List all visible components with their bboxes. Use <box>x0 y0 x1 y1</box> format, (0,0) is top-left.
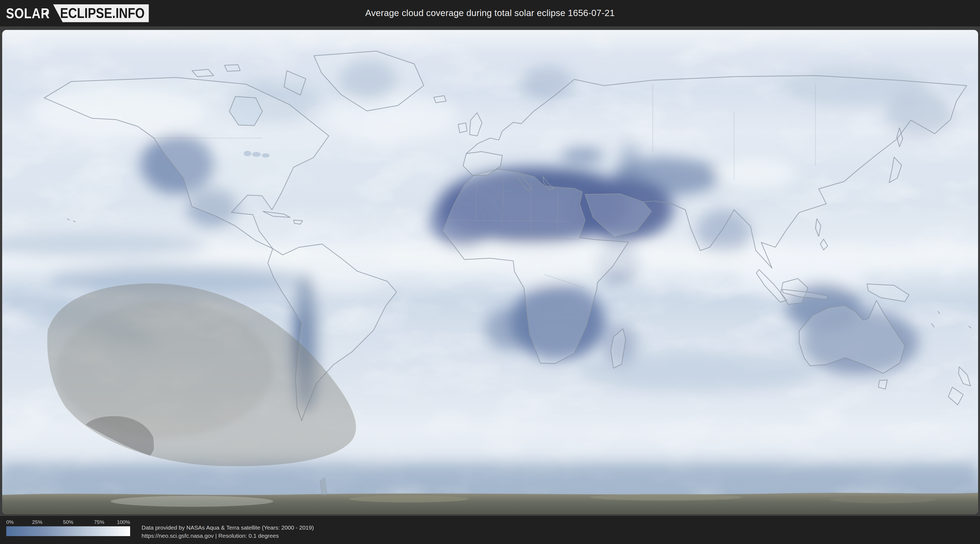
ireland <box>458 123 467 133</box>
logo-eclipse-box: ECLIPSE.INFO <box>53 4 149 22</box>
attribution-url: https://neo.sci.gsfc.nasa.gov | Resoluti… <box>142 532 314 540</box>
header-bar: SOLAR ECLIPSE.INFO Average cloud coverag… <box>0 0 980 26</box>
world-cloud-map[interactable] <box>2 30 978 514</box>
attribution-source: Data provided by NASAs Aqua & Terra sate… <box>142 523 314 532</box>
map-svg <box>2 30 978 514</box>
iceland <box>434 96 446 103</box>
site-logo[interactable]: SOLAR ECLIPSE.INFO <box>6 4 149 22</box>
legend-tick: 25% <box>32 519 43 525</box>
legend-tick: 75% <box>94 519 104 525</box>
southern-ocean-cloud-band <box>2 462 978 493</box>
legend-tick-labels: 0% 25% 50% 75% 100% <box>6 519 130 526</box>
attribution-text: Data provided by NASAs Aqua & Terra sate… <box>142 523 314 540</box>
logo-solar-text: SOLAR <box>6 5 50 22</box>
map-stage <box>0 26 980 516</box>
legend-tick: 100% <box>117 519 130 525</box>
legend-tick: 50% <box>63 519 73 525</box>
legend-gradient-bar <box>6 526 130 536</box>
page-title: Average cloud coverage during total sola… <box>365 8 615 18</box>
page: SOLAR ECLIPSE.INFO Average cloud coverag… <box>0 0 980 544</box>
tasmania <box>878 380 888 389</box>
footer-bar: 0% 25% 50% 75% 100% Data provided by NAS… <box>0 516 980 544</box>
legend-tick: 0% <box>6 519 14 525</box>
cloud-coverage-legend: 0% 25% 50% 75% 100% <box>6 519 130 536</box>
